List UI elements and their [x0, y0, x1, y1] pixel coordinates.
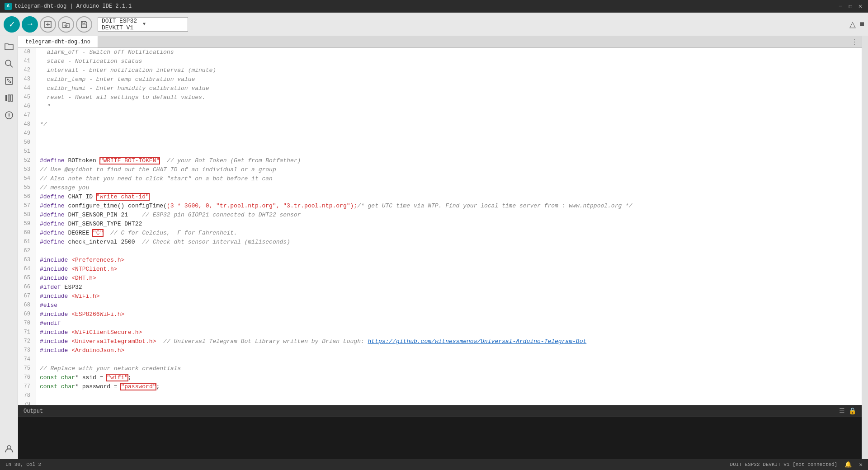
title-bar: A telegram-dht-dog | Arduino IDE 2.1.1 −… — [0, 0, 868, 13]
status-position: Ln 30, Col 2 — [5, 462, 41, 467]
table-row: 53 // Use @myidbot to find out the CHAT … — [18, 165, 862, 174]
svg-point-17 — [9, 117, 9, 118]
table-row: 72 #include <UniversalTelegramBot.h> // … — [18, 337, 862, 346]
table-row: 54 // Also note that you need to click "… — [18, 174, 862, 183]
table-row: 71 #include <WiFiClientSecure.h> — [18, 328, 862, 337]
output-label: Output — [24, 408, 43, 414]
sidebar-board-icon[interactable] — [2, 74, 16, 88]
minimize-button[interactable]: − — [837, 3, 844, 9]
table-row: 70 #endif — [18, 319, 862, 328]
table-row: 64 #include <NTPClient.h> — [18, 265, 862, 274]
table-row: 73 #include <ArduinoJson.h> — [18, 346, 862, 355]
serial-monitor-icon[interactable]: ■ — [859, 19, 864, 29]
restore-button[interactable]: ◻ — [847, 3, 854, 9]
code-editor[interactable]: 40 alarm_off - Switch off Notifications … — [18, 48, 862, 405]
table-row: 42 intervalt - Enter notification interv… — [18, 66, 862, 75]
table-row: 65 #include <DHT.h> — [18, 274, 862, 283]
file-tab-active[interactable]: telegram-dht-dog.ino — [18, 36, 98, 47]
table-row: 76 const char* ssid = "wifi"; — [18, 373, 862, 382]
table-row: 41 state - Notification status — [18, 57, 862, 66]
file-tab-name: telegram-dht-dog.ino — [25, 39, 90, 45]
table-row: 57 #define configure_time() configTime((… — [18, 202, 862, 211]
status-bar-left: Ln 30, Col 2 — [5, 462, 41, 467]
upload-button[interactable]: → — [22, 16, 38, 33]
table-row: 56 #define CHAT_ID "write chat-id" — [18, 193, 862, 202]
board-selector-arrow: ▼ — [143, 22, 184, 27]
table-row: 55 // message you — [18, 183, 862, 193]
table-row: 45 reset - Reset all settings to default… — [18, 93, 862, 102]
table-row: 74 — [18, 355, 862, 364]
table-row: 50 — [18, 138, 862, 147]
svg-rect-5 — [82, 25, 86, 27]
table-row: 47 — [18, 111, 862, 120]
table-row: 60 #define DEGREE "C" // C for Celcius, … — [18, 229, 862, 238]
main-area: telegram-dht-dog.ino ⋮ 40 alarm_off - Sw… — [0, 36, 868, 459]
svg-point-10 — [9, 81, 11, 83]
pin-icon[interactable]: △ — [849, 19, 856, 29]
sidebar-search-icon[interactable] — [2, 57, 16, 70]
sidebar — [0, 36, 18, 459]
svg-point-9 — [7, 79, 9, 80]
output-list-icon[interactable]: ☰ — [839, 407, 845, 415]
output-content — [18, 417, 862, 459]
status-board: DOIT ESP32 DEVKIT V1 [not connected] — [730, 462, 838, 467]
editor-container: telegram-dht-dog.ino ⋮ 40 alarm_off - Sw… — [18, 36, 862, 459]
output-header-controls: ☰ 🔒 — [839, 407, 856, 415]
table-row: 44 calibr_humi - Enter humidity calibrat… — [18, 84, 862, 93]
new-button[interactable] — [40, 16, 56, 33]
app-icon: A — [5, 3, 12, 10]
table-row: 52 #define BOTtoken "WRITE BOT-TOKEN" //… — [18, 156, 862, 165]
svg-line-7 — [10, 65, 13, 68]
close-button[interactable]: ✕ — [857, 3, 863, 9]
table-row: 43 calibr_temp - Enter temp calibration … — [18, 75, 862, 84]
svg-rect-13 — [8, 95, 10, 101]
table-row: 63 #include <Preferences.h> — [18, 256, 862, 265]
title-bar-text: telegram-dht-dog | Arduino IDE 2.1.1 — [14, 3, 132, 9]
output-header: Output ☰ 🔒 — [18, 405, 862, 417]
open-button[interactable] — [58, 16, 74, 33]
table-row: 58 #define DHT_SENSOR_PIN 21 // ESP32 pi… — [18, 211, 862, 220]
svg-rect-14 — [11, 95, 13, 101]
status-bar: Ln 30, Col 2 DOIT ESP32 DEVKIT V1 [not c… — [0, 459, 868, 470]
svg-point-6 — [5, 60, 11, 66]
verify-button[interactable]: ✓ — [4, 16, 20, 33]
title-bar-controls: − ◻ ✕ — [837, 3, 863, 9]
table-row: 62 — [18, 247, 862, 256]
sidebar-person-icon[interactable] — [4, 444, 14, 456]
table-row: 77 const char* password = "password"; — [18, 382, 862, 391]
save-button[interactable] — [76, 16, 92, 33]
table-row: 59 #define DHT_SENSOR_TYPE DHT22 — [18, 220, 862, 229]
sidebar-library-icon[interactable] — [2, 91, 16, 105]
table-row: 68 #else — [18, 301, 862, 310]
table-row: 79 — [18, 400, 862, 405]
toolbar-right: △ ■ — [849, 19, 864, 29]
board-name: DOIT ESP32 DEVKIT V1 — [102, 18, 143, 31]
tab-options-button[interactable]: ⋮ — [851, 38, 862, 47]
table-row: 67 #include <WiFi.h> — [18, 292, 862, 301]
table-row: 61 #define check_interval 2500 // Check … — [18, 238, 862, 247]
toolbar: ✓ → DOIT ESP32 DEVKIT V1 ▼ △ ■ — [0, 13, 868, 36]
notification-icon[interactable]: 🔔 — [844, 461, 852, 468]
right-scrollbar[interactable] — [862, 36, 868, 459]
table-row: 51 — [18, 147, 862, 156]
output-panel: Output ☰ 🔒 — [18, 405, 862, 459]
file-tabs: telegram-dht-dog.ino ⋮ — [18, 36, 862, 48]
board-selector[interactable]: DOIT ESP32 DEVKIT V1 ▼ — [98, 17, 188, 32]
table-row: 69 #include <ESP8266WiFi.h> — [18, 310, 862, 319]
table-row: 75 // Replace with your network credenti… — [18, 364, 862, 373]
table-row: 46 " — [18, 102, 862, 111]
sidebar-debug-icon[interactable] — [2, 108, 16, 122]
sidebar-folder-icon[interactable] — [2, 40, 16, 53]
table-row: 66 #ifdef ESP32 — [18, 283, 862, 292]
error-icon: ✕ — [859, 461, 863, 468]
svg-rect-12 — [5, 95, 7, 101]
status-bar-right: DOIT ESP32 DEVKIT V1 [not connected] 🔔 ✕ — [730, 461, 863, 468]
table-row: 78 — [18, 391, 862, 400]
output-lock-icon[interactable]: 🔒 — [849, 407, 856, 415]
table-row: 48 */ — [18, 120, 862, 129]
table-row: 40 alarm_off - Switch off Notifications — [18, 48, 862, 57]
table-row: 49 — [18, 129, 862, 138]
